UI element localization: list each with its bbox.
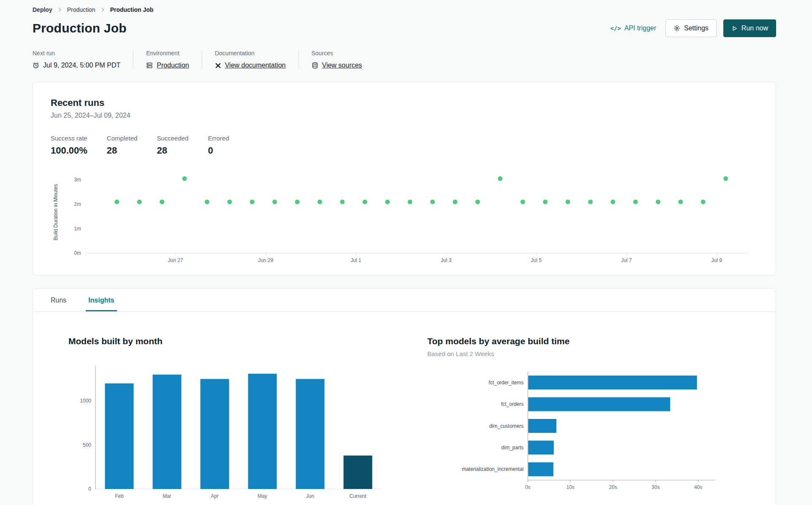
svg-text:Apr: Apr bbox=[211, 493, 219, 499]
job-meta-row: Next run Jul 9, 2024, 5:00 PM PDT Enviro… bbox=[33, 50, 776, 69]
svg-text:dim_parts: dim_parts bbox=[501, 445, 524, 451]
top-models-title: Top models by average build time bbox=[427, 336, 731, 346]
svg-text:10s: 10s bbox=[566, 484, 574, 490]
stat-succeeded: Succeeded 28 bbox=[157, 135, 188, 156]
recent-runs-date-range: Jun 25, 2024–Jul 09, 2024 bbox=[51, 112, 758, 119]
svg-text:fct_orders: fct_orders bbox=[501, 401, 524, 407]
run-now-button[interactable]: Run now bbox=[723, 19, 776, 37]
meta-sources: Sources View sources bbox=[299, 50, 375, 69]
svg-text:0s: 0s bbox=[525, 484, 531, 490]
chevron-right-icon bbox=[58, 7, 61, 12]
svg-text:2m: 2m bbox=[74, 201, 81, 207]
database-icon bbox=[312, 62, 318, 69]
meta-environment: Environment Production bbox=[133, 50, 202, 69]
next-run-value: Jul 9, 2024, 5:00 PM PDT bbox=[43, 62, 120, 69]
job-tabs: Runs Insights bbox=[33, 289, 776, 312]
svg-text:Jun 29: Jun 29 bbox=[258, 257, 273, 263]
svg-text:20s: 20s bbox=[609, 484, 617, 490]
svg-text:Jul 5: Jul 5 bbox=[531, 257, 542, 263]
build-duration-scatter-chart: 0m1m2m3mJun 27Jun 29Jul 1Jul 3Jul 5Jul 7… bbox=[51, 165, 760, 271]
insights-panel: Models built by month 05001000FebMarAprM… bbox=[33, 312, 776, 504]
svg-text:Jun: Jun bbox=[306, 493, 314, 499]
page-header: Production Job </> API trigger Settings bbox=[33, 19, 776, 37]
recent-runs-title: Recent runs bbox=[51, 97, 758, 108]
recent-runs-card: Recent runs Jun 25, 2024–Jul 09, 2024 Su… bbox=[33, 82, 776, 275]
svg-text:Feb: Feb bbox=[115, 493, 124, 499]
svg-text:Jul 9: Jul 9 bbox=[712, 257, 722, 263]
svg-text:Build Duration in Minutes: Build Duration in Minutes bbox=[53, 184, 59, 240]
meta-next-run: Next run Jul 9, 2024, 5:00 PM PDT bbox=[33, 50, 133, 69]
svg-text:1000: 1000 bbox=[80, 398, 91, 404]
models-built-chart-block: Models built by month 05001000FebMarAprM… bbox=[68, 336, 389, 504]
svg-text:40s: 40s bbox=[694, 484, 702, 490]
meta-documentation: Documentation View documentation bbox=[202, 50, 299, 69]
breadcrumb-deploy[interactable]: Deploy bbox=[33, 6, 52, 13]
page-title: Production Job bbox=[33, 21, 127, 35]
svg-text:3m: 3m bbox=[74, 177, 81, 183]
docs-icon bbox=[215, 62, 221, 69]
environment-icon bbox=[146, 62, 153, 69]
models-built-bar-chart: 05001000FebMarAprMayJunCurrent bbox=[68, 361, 389, 504]
svg-text:0m: 0m bbox=[74, 250, 81, 256]
recent-runs-stats: Success rate 100.00% Completed 28 Succee… bbox=[51, 135, 758, 156]
svg-text:Mar: Mar bbox=[163, 493, 171, 499]
breadcrumb-current-page: Production Job bbox=[110, 6, 154, 13]
environment-label: Environment bbox=[146, 50, 189, 57]
svg-text:dim_customers: dim_customers bbox=[489, 423, 524, 429]
svg-text:Jun 27: Jun 27 bbox=[168, 257, 183, 263]
svg-text:materialization_incremental: materialization_incremental bbox=[462, 466, 524, 472]
sources-label: Sources bbox=[312, 50, 362, 57]
documentation-label: Documentation bbox=[215, 50, 286, 57]
header-actions: </> API trigger Settings bbox=[610, 19, 776, 37]
alarm-clock-icon bbox=[33, 62, 39, 69]
tab-insights[interactable]: Insights bbox=[86, 289, 117, 311]
api-trigger-link[interactable]: </> API trigger bbox=[610, 24, 656, 32]
stat-success-rate: Success rate 100.00% bbox=[51, 135, 87, 156]
job-detail-card: Runs Insights Models built by month 0500… bbox=[33, 288, 776, 505]
chevron-right-icon bbox=[101, 7, 104, 12]
code-icon: </> bbox=[610, 25, 621, 32]
svg-text:Jul 1: Jul 1 bbox=[350, 257, 361, 263]
settings-button[interactable]: Settings bbox=[665, 19, 717, 37]
environment-link[interactable]: Production bbox=[157, 62, 189, 69]
svg-text:Jul 7: Jul 7 bbox=[621, 257, 632, 263]
settings-label: Settings bbox=[684, 24, 709, 32]
view-sources-link[interactable]: View sources bbox=[322, 62, 362, 69]
svg-text:Jul 3: Jul 3 bbox=[441, 257, 452, 263]
models-built-title: Models built by month bbox=[68, 336, 389, 346]
top-models-chart-block: Top models by average build time Based o… bbox=[427, 336, 731, 504]
stat-errored: Errored 0 bbox=[208, 135, 229, 156]
tab-runs[interactable]: Runs bbox=[48, 289, 69, 311]
svg-text:500: 500 bbox=[83, 442, 91, 448]
production-job-page: Deploy Production Production Job Product… bbox=[0, 0, 812, 505]
top-models-subtitle: Based on Last 2 Weeks bbox=[427, 350, 731, 357]
svg-text:fct_order_items: fct_order_items bbox=[489, 380, 524, 386]
svg-text:0: 0 bbox=[88, 486, 91, 492]
view-documentation-link[interactable]: View documentation bbox=[225, 62, 286, 69]
top-models-hbar-chart: 0s10s20s30s40sfct_order_itemsfct_ordersd… bbox=[427, 368, 731, 497]
svg-text:Current: Current bbox=[349, 493, 367, 499]
play-icon bbox=[731, 25, 738, 32]
run-now-label: Run now bbox=[741, 24, 768, 32]
api-trigger-label: API trigger bbox=[624, 24, 656, 32]
svg-text:1m: 1m bbox=[74, 226, 81, 232]
stat-completed: Completed 28 bbox=[107, 135, 138, 156]
breadcrumb-production[interactable]: Production bbox=[67, 6, 95, 13]
breadcrumb: Deploy Production Production Job bbox=[33, 6, 776, 14]
svg-text:30s: 30s bbox=[652, 484, 660, 490]
next-run-label: Next run bbox=[33, 50, 120, 57]
gear-icon bbox=[673, 25, 680, 32]
svg-text:May: May bbox=[258, 493, 267, 499]
